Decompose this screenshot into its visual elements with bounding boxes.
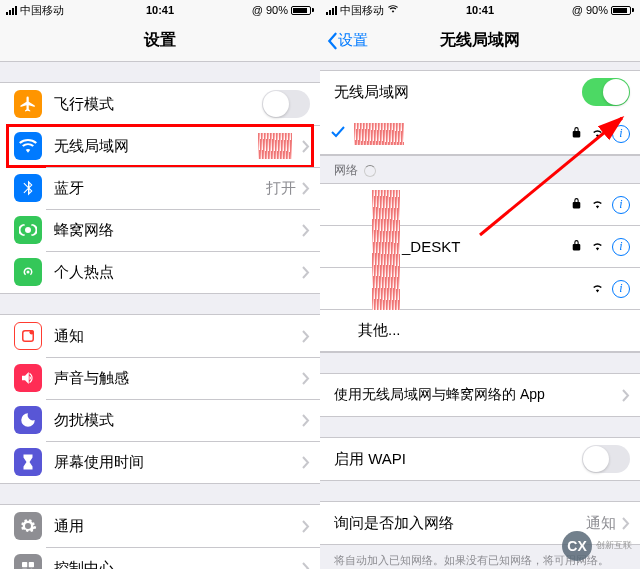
status-bar: 中国移动 10:41 @ 90% — [0, 0, 320, 20]
row-bluetooth[interactable]: 蓝牙 打开 — [0, 167, 320, 209]
redacted-network-name — [258, 133, 292, 159]
row-notifications[interactable]: 通知 — [0, 315, 320, 357]
hotspot-icon — [14, 258, 42, 286]
wifi-status-icon — [387, 4, 399, 16]
carrier-label: 中国移动 — [20, 3, 64, 18]
phone-settings-root: 中国移动 10:41 @ 90% 设置 飞行模式 无线局域网 蓝牙 打开 — [0, 0, 320, 569]
battery-pct: 90% — [586, 4, 608, 16]
airplane-switch[interactable] — [262, 90, 310, 118]
sound-icon — [14, 364, 42, 392]
wifi-toggle-group: 无线局域网 i — [320, 70, 640, 156]
row-wifi[interactable]: 无线局域网 — [0, 125, 320, 167]
svg-rect-3 — [29, 562, 34, 567]
row-label: 个人热点 — [54, 263, 302, 282]
battery-icon — [611, 6, 634, 15]
row-apps-using-wifi[interactable]: 使用无线局域网与蜂窝网络的 App — [320, 374, 640, 416]
row-label: 通知 — [54, 327, 302, 346]
chevron-right-icon — [302, 266, 310, 279]
settings-group-notifications: 通知 声音与触感 勿扰模式 屏幕使用时间 — [0, 314, 320, 484]
info-button[interactable]: i — [612, 196, 630, 214]
row-label: 使用无线局域网与蜂窝网络的 App — [334, 386, 622, 404]
wapi-switch[interactable] — [582, 445, 630, 473]
hourglass-icon — [14, 448, 42, 476]
checkmark-icon — [330, 124, 348, 143]
wifi-signal-icon — [591, 126, 604, 142]
row-label: 屏幕使用时间 — [54, 453, 302, 472]
phone-wifi-detail: 中国移动 10:41 @ 90% 设置 无线局域网 无线局域网 i — [320, 0, 640, 569]
lock-icon — [570, 197, 583, 213]
info-button[interactable]: i — [612, 238, 630, 256]
moon-icon — [14, 406, 42, 434]
wifi-signal-icon — [591, 281, 604, 297]
network-row[interactable]: i — [320, 184, 640, 226]
nav-bar: 设置 无线局域网 — [320, 20, 640, 62]
status-bar: 中国移动 10:41 @ 90% — [320, 0, 640, 20]
watermark: CX 创新互联 — [562, 531, 632, 561]
row-label: 启用 WAPI — [334, 450, 582, 469]
network-row[interactable]: _DESKT i — [320, 226, 640, 268]
airplane-icon — [14, 90, 42, 118]
network-row[interactable]: i — [320, 268, 640, 310]
page-title: 无线局域网 — [440, 30, 520, 51]
redacted-network-name — [354, 123, 404, 145]
row-general[interactable]: 通用 — [0, 505, 320, 547]
cellular-icon — [14, 216, 42, 244]
battery-icon — [291, 6, 314, 15]
row-label: 蓝牙 — [54, 179, 266, 198]
chevron-right-icon — [302, 562, 310, 570]
status-time: 10:41 — [466, 4, 494, 16]
row-label: 飞行模式 — [54, 95, 262, 114]
row-wapi[interactable]: 启用 WAPI — [320, 438, 640, 480]
row-value: 打开 — [266, 179, 296, 198]
wifi-signal-icon — [591, 239, 604, 255]
watermark-text: 创新互联 — [596, 541, 632, 551]
settings-group-general: 通用 控制中心 AA 显示与亮度 辅助功能 — [0, 504, 320, 569]
row-cellular[interactable]: 蜂窝网络 — [0, 209, 320, 251]
networks-list: i _DESKT i i 其他... — [320, 183, 640, 353]
row-label: 无线局域网 — [54, 137, 258, 156]
wifi-switch[interactable] — [582, 78, 630, 106]
gear-icon — [14, 512, 42, 540]
back-label: 设置 — [338, 31, 368, 50]
row-screentime[interactable]: 屏幕使用时间 — [0, 441, 320, 483]
row-label: 询问是否加入网络 — [334, 514, 586, 533]
signal-bars-icon — [6, 6, 17, 15]
row-label: 声音与触感 — [54, 369, 302, 388]
signal-bars-icon — [326, 6, 337, 15]
svg-point-1 — [30, 330, 35, 335]
chevron-right-icon — [302, 330, 310, 343]
status-time: 10:41 — [146, 4, 174, 16]
current-network-row[interactable]: i — [320, 113, 640, 155]
row-label: 无线局域网 — [334, 83, 582, 102]
lock-icon — [570, 126, 583, 142]
row-airplane-mode[interactable]: 飞行模式 — [0, 83, 320, 125]
wifi-apps-group: 使用无线局域网与蜂窝网络的 App — [320, 373, 640, 417]
chevron-right-icon — [302, 520, 310, 533]
row-hotspot[interactable]: 个人热点 — [0, 251, 320, 293]
row-label: 通用 — [54, 517, 302, 536]
back-button[interactable]: 设置 — [326, 31, 368, 50]
loading-spinner-icon — [364, 165, 376, 177]
row-label: 勿扰模式 — [54, 411, 302, 430]
chevron-right-icon — [302, 182, 310, 195]
bluetooth-icon — [14, 174, 42, 202]
row-wifi-toggle[interactable]: 无线局域网 — [320, 71, 640, 113]
chevron-right-icon — [302, 456, 310, 469]
nav-bar: 设置 — [0, 20, 320, 62]
carrier-label: 中国移动 — [340, 3, 384, 18]
info-button[interactable]: i — [612, 280, 630, 298]
row-label: 控制中心 — [54, 559, 302, 570]
watermark-logo: CX — [562, 531, 592, 561]
info-button[interactable]: i — [612, 125, 630, 143]
page-title: 设置 — [144, 30, 176, 51]
row-dnd[interactable]: 勿扰模式 — [0, 399, 320, 441]
settings-group-connectivity: 飞行模式 无线局域网 蓝牙 打开 蜂窝网络 个人热点 — [0, 82, 320, 294]
row-sounds[interactable]: 声音与触感 — [0, 357, 320, 399]
chevron-right-icon — [302, 140, 310, 153]
row-other-network[interactable]: 其他... — [320, 310, 640, 352]
row-label: 其他... — [358, 321, 630, 340]
row-control-center[interactable]: 控制中心 — [0, 547, 320, 569]
wifi-signal-icon — [591, 197, 604, 213]
orientation-lock-icon: @ — [572, 4, 583, 16]
chevron-right-icon — [622, 517, 630, 530]
